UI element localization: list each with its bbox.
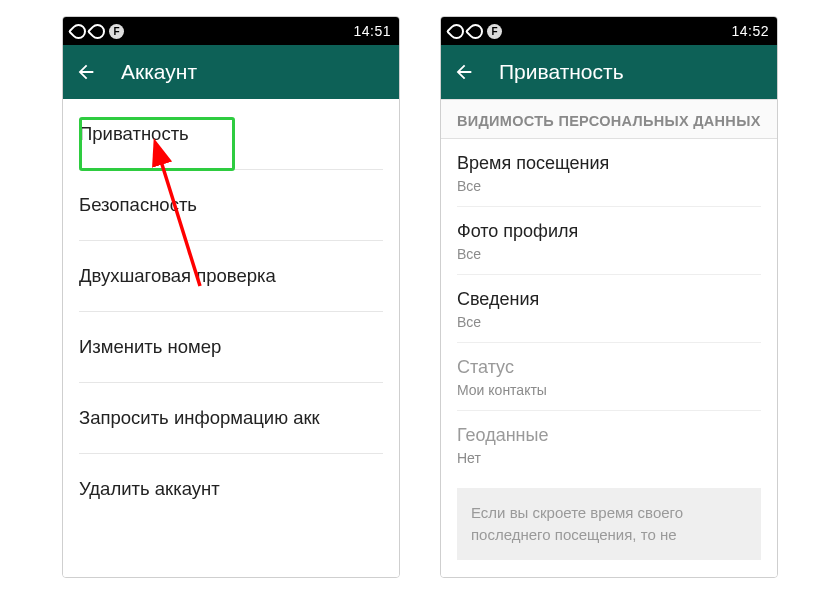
settings-item-delete-account[interactable]: Удалить аккаунт bbox=[79, 454, 383, 524]
status-icon bbox=[68, 20, 89, 41]
settings-item-request-info[interactable]: Запросить информацию акк bbox=[79, 383, 383, 454]
header-bar: Аккаунт bbox=[63, 45, 399, 99]
status-icon bbox=[87, 20, 108, 41]
status-icon: F bbox=[487, 24, 502, 39]
settings-item-security[interactable]: Безопасность bbox=[79, 170, 383, 241]
back-arrow-icon[interactable] bbox=[75, 61, 97, 83]
privacy-item-value: Все bbox=[457, 314, 761, 330]
settings-item-label: Безопасность bbox=[79, 194, 197, 216]
settings-item-label: Запросить информацию акк bbox=[79, 407, 320, 429]
privacy-info-text: Если вы скроете время своего последнего … bbox=[457, 488, 761, 560]
privacy-item-about[interactable]: Сведения Все bbox=[457, 275, 761, 343]
settings-body: Приватность Безопасность Двухшаговая про… bbox=[63, 99, 399, 577]
status-icon bbox=[465, 20, 486, 41]
header-title: Приватность bbox=[499, 60, 624, 84]
status-icon: F bbox=[109, 24, 124, 39]
privacy-item-title: Геоданные bbox=[457, 425, 761, 446]
privacy-item-title: Сведения bbox=[457, 289, 761, 310]
privacy-item-title: Статус bbox=[457, 357, 761, 378]
settings-item-label: Приватность bbox=[79, 123, 189, 145]
privacy-item-value: Мои контакты bbox=[457, 382, 761, 398]
privacy-item-status[interactable]: Статус Мои контакты bbox=[457, 343, 761, 411]
header-bar: Приватность bbox=[441, 45, 777, 99]
phone-left: F 14:51 Аккаунт Приватность Безопасность… bbox=[62, 16, 400, 578]
privacy-item-last-seen[interactable]: Время посещения Все bbox=[457, 139, 761, 207]
privacy-item-title: Фото профиля bbox=[457, 221, 761, 242]
settings-list: Приватность Безопасность Двухшаговая про… bbox=[63, 99, 399, 524]
status-bar: F 14:52 bbox=[441, 17, 777, 45]
back-arrow-icon[interactable] bbox=[453, 61, 475, 83]
privacy-item-title: Время посещения bbox=[457, 153, 761, 174]
privacy-item-value: Нет bbox=[457, 450, 761, 466]
header-title: Аккаунт bbox=[121, 60, 197, 84]
settings-item-change-number[interactable]: Изменить номер bbox=[79, 312, 383, 383]
status-icons-left: F bbox=[449, 24, 502, 39]
privacy-item-location[interactable]: Геоданные Нет bbox=[457, 411, 761, 478]
settings-item-label: Удалить аккаунт bbox=[79, 478, 220, 500]
status-bar: F 14:51 bbox=[63, 17, 399, 45]
privacy-item-value: Все bbox=[457, 178, 761, 194]
settings-item-two-step[interactable]: Двухшаговая проверка bbox=[79, 241, 383, 312]
privacy-body: ВИДИМОСТЬ ПЕРСОНАЛЬНЫХ ДАННЫХ Время посе… bbox=[441, 99, 777, 577]
phone-right: F 14:52 Приватность ВИДИМОСТЬ ПЕРСОНАЛЬН… bbox=[440, 16, 778, 578]
status-time: 14:52 bbox=[731, 23, 769, 39]
settings-item-label: Изменить номер bbox=[79, 336, 221, 358]
status-time: 14:51 bbox=[353, 23, 391, 39]
settings-item-label: Двухшаговая проверка bbox=[79, 265, 276, 287]
privacy-list: Время посещения Все Фото профиля Все Све… bbox=[441, 139, 777, 478]
settings-item-privacy[interactable]: Приватность bbox=[79, 99, 383, 170]
status-icons-left: F bbox=[71, 24, 124, 39]
section-header-visibility: ВИДИМОСТЬ ПЕРСОНАЛЬНЫХ ДАННЫХ bbox=[441, 99, 777, 139]
status-icon bbox=[446, 20, 467, 41]
privacy-item-value: Все bbox=[457, 246, 761, 262]
privacy-item-profile-photo[interactable]: Фото профиля Все bbox=[457, 207, 761, 275]
